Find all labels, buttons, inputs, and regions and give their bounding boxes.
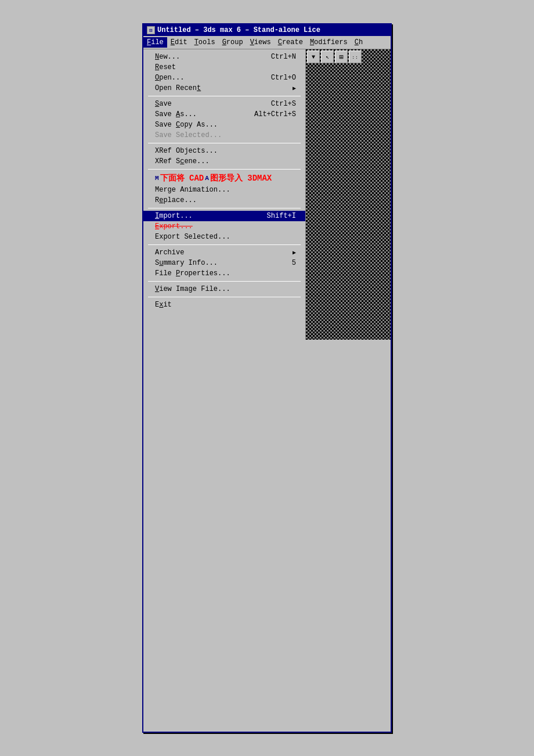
menu-xref-objects[interactable]: XRef Objects... <box>143 146 305 156</box>
menu-view-image-file[interactable]: View Image File... <box>143 284 305 294</box>
menu-import-shortcut: Shift+I <box>267 212 296 220</box>
menu-save-copy-as[interactable]: Save Copy As... <box>143 120 305 130</box>
window-title: Untitled – 3ds max 6 – Stand-alone Lice <box>157 26 320 34</box>
merge-mid-label: A <box>205 175 209 182</box>
menu-reset[interactable]: Reset <box>143 62 305 73</box>
menu-file-properties-label: File Properties... <box>155 269 230 278</box>
separator-4 <box>148 208 301 208</box>
menu-xref-scene-label: XRef Scene... <box>155 157 210 165</box>
separator-2 <box>148 143 301 143</box>
menu-summary-info[interactable]: Summary Info... 5 <box>143 258 305 268</box>
menu-xref-scene[interactable]: XRef Scene... <box>143 156 305 167</box>
menu-view-image-file-label: View Image File... <box>155 285 230 293</box>
menu-save-shortcut: Ctrl+S <box>271 100 296 108</box>
menu-new-shortcut: Ctrl+N <box>271 53 296 61</box>
menu-save-selected-label: Save Selected... <box>155 131 222 139</box>
merge-banner[interactable]: M下面将 CADA图形导入 3DMAX <box>143 172 305 185</box>
menu-export[interactable]: Export... <box>143 221 305 232</box>
separator-7 <box>148 297 301 297</box>
menu-save[interactable]: Save Ctrl+S <box>143 99 305 109</box>
menu-open-shortcut: Ctrl+O <box>271 74 296 82</box>
menu-import[interactable]: Import... Shift+I <box>143 211 305 221</box>
toolbar-btn-dropdown[interactable]: ▼ <box>307 51 320 63</box>
menu-file-properties[interactable]: File Properties... <box>143 268 305 279</box>
window-icon: ⊡ <box>147 26 155 34</box>
menu-xref-objects-label: XRef Objects... <box>155 147 218 155</box>
menu-open-recent[interactable]: Open Recent ▶ <box>143 83 305 93</box>
menu-create[interactable]: Create <box>275 37 306 48</box>
separator-6 <box>148 281 301 282</box>
menu-archive[interactable]: Archive ▶ <box>143 247 305 258</box>
menu-replace-label: Replace... <box>155 196 197 204</box>
submenu-arrow-archive: ▶ <box>293 249 296 256</box>
title-bar: ⊡ Untitled – 3ds max 6 – Stand-alone Lic… <box>143 24 391 36</box>
content-area: New... Ctrl+N Reset Open... Ctrl+O Open … <box>143 49 391 340</box>
menu-modifiers[interactable]: Modifiers <box>306 37 351 48</box>
menu-archive-label: Archive <box>155 249 184 257</box>
separator-5 <box>148 244 301 245</box>
menu-save-as-label: Save As... <box>155 110 197 118</box>
menu-save-as[interactable]: Save As... Alt+Ctrl+S <box>143 109 305 120</box>
menu-merge-animation-label: Merge Animation... <box>155 186 230 194</box>
menu-exit[interactable]: Exit <box>143 300 305 310</box>
menu-open-label: Open... <box>155 74 184 82</box>
menu-new-label: New... <box>155 53 180 61</box>
menu-ch[interactable]: Ch <box>351 37 366 48</box>
file-dropdown: New... Ctrl+N Reset Open... Ctrl+O Open … <box>143 49 306 340</box>
menu-replace[interactable]: Replace... <box>143 195 305 206</box>
merge-cn: 下面将 CAD <box>160 173 204 183</box>
right-panel: ▼ ↖ ⊞ :: <box>306 49 391 340</box>
menu-export-selected-label: Export Selected... <box>155 233 230 241</box>
menu-save-copy-as-label: Save Copy As... <box>155 121 218 129</box>
menu-export-selected[interactable]: Export Selected... <box>143 232 305 242</box>
toolbar-row: ▼ ↖ ⊞ :: <box>306 49 391 64</box>
toolbar-btn-cursor[interactable]: ↖ <box>321 51 334 63</box>
menu-save-selected: Save Selected... <box>143 130 305 141</box>
menu-save-as-shortcut: Alt+Ctrl+S <box>254 110 296 118</box>
toolbar-btn-dots[interactable]: :: <box>349 51 362 63</box>
menu-exit-label: Exit <box>155 301 172 309</box>
menu-save-label: Save <box>155 100 172 108</box>
menu-reset-label: Reset <box>155 63 176 71</box>
menu-open-recent-label: Open Recent <box>155 84 201 92</box>
menu-summary-info-shortcut: 5 <box>292 259 296 267</box>
toolbar-btn-move[interactable]: ⊞ <box>335 51 348 63</box>
menu-open[interactable]: Open... Ctrl+O <box>143 73 305 83</box>
menu-file[interactable]: File <box>143 37 167 48</box>
menu-bar: File Edit Tools Group Views Create Modif… <box>143 36 391 49</box>
merge-cn2: 图形导入 3DMAX <box>210 173 272 183</box>
menu-merge-animation[interactable]: Merge Animation... <box>143 185 305 195</box>
menu-edit[interactable]: Edit <box>167 37 191 48</box>
menu-import-label: Import... <box>155 212 193 220</box>
menu-views[interactable]: Views <box>247 37 275 48</box>
separator-3 <box>148 169 301 170</box>
merge-prefix: M <box>155 175 159 182</box>
submenu-arrow-recent: ▶ <box>293 85 296 92</box>
menu-summary-info-label: Summary Info... <box>155 259 218 267</box>
main-window: ⊡ Untitled – 3ds max 6 – Stand-alone Lic… <box>142 23 392 733</box>
separator-1 <box>148 96 301 96</box>
menu-new[interactable]: New... Ctrl+N <box>143 52 305 62</box>
menu-tools[interactable]: Tools <box>191 37 219 48</box>
menu-group[interactable]: Group <box>219 37 247 48</box>
menu-export-label: Export... <box>155 222 193 231</box>
